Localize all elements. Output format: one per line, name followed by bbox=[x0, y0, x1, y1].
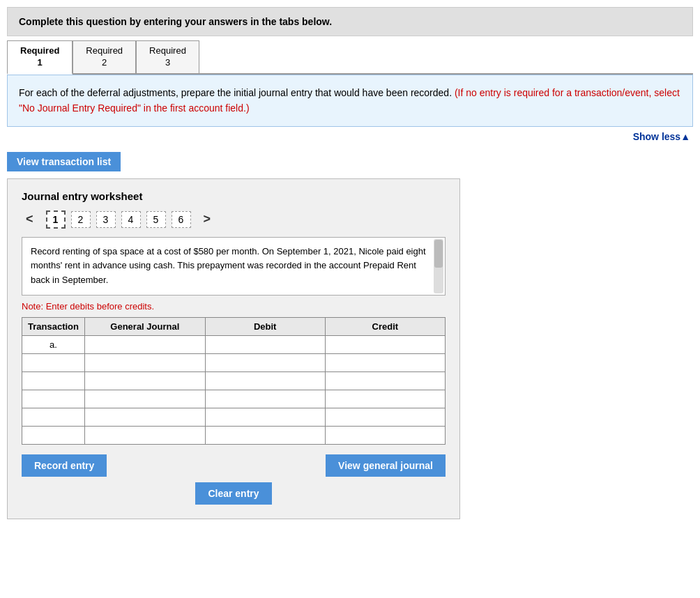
debit-input-1[interactable] bbox=[206, 336, 325, 353]
nav-left-arrow[interactable]: < bbox=[22, 210, 38, 228]
buttons-bottom-row: Clear entry bbox=[22, 482, 446, 505]
page-tab-3[interactable]: 3 bbox=[96, 211, 116, 228]
table-row bbox=[22, 371, 446, 390]
credit-input-cell-2[interactable] bbox=[325, 353, 445, 371]
journal-table: Transaction General Journal Debit Credit… bbox=[22, 317, 446, 445]
debit-input-3[interactable] bbox=[206, 372, 325, 390]
clear-entry-button[interactable]: Clear entry bbox=[195, 482, 271, 505]
journal-input-cell-1[interactable] bbox=[84, 335, 205, 353]
journal-input-cell-6[interactable] bbox=[84, 426, 205, 444]
credit-input-4[interactable] bbox=[326, 390, 445, 408]
credit-input-2[interactable] bbox=[326, 354, 445, 371]
nav-row: < 1 2 3 4 5 6 > bbox=[22, 210, 446, 229]
credit-input-cell-3[interactable] bbox=[325, 371, 445, 390]
transaction-cell-3 bbox=[22, 371, 85, 390]
transaction-cell-2 bbox=[22, 353, 85, 371]
tab-required-1[interactable]: Required1 bbox=[7, 40, 73, 75]
debit-input-2[interactable] bbox=[206, 354, 325, 371]
journal-input-cell-2[interactable] bbox=[84, 353, 205, 371]
page-tab-1[interactable]: 1 bbox=[46, 210, 66, 229]
journal-input-5[interactable] bbox=[85, 408, 205, 426]
credit-input-6[interactable] bbox=[326, 427, 445, 444]
credit-input-cell-1[interactable] bbox=[325, 335, 445, 353]
worksheet-container: Journal entry worksheet < 1 2 3 4 5 6 > … bbox=[7, 178, 460, 519]
credit-input-3[interactable] bbox=[326, 372, 445, 390]
page-tab-6[interactable]: 6 bbox=[172, 211, 191, 228]
worksheet-title: Journal entry worksheet bbox=[22, 190, 446, 202]
scrollbar-track[interactable] bbox=[434, 239, 443, 293]
debit-input-4[interactable] bbox=[206, 390, 325, 408]
col-header-credit: Credit bbox=[325, 317, 445, 335]
journal-input-3[interactable] bbox=[85, 372, 205, 390]
top-instruction: Complete this question by entering your … bbox=[7, 7, 693, 36]
credit-input-1[interactable] bbox=[326, 336, 445, 353]
buttons-top-row: Record entry View general journal bbox=[22, 454, 446, 477]
scrollbar-thumb bbox=[434, 240, 443, 268]
col-header-debit: Debit bbox=[205, 317, 325, 335]
debit-input-6[interactable] bbox=[206, 427, 325, 444]
instruction-box: For each of the deferral adjustments, pr… bbox=[7, 75, 693, 127]
page-tab-5[interactable]: 5 bbox=[146, 211, 166, 228]
debit-input-cell-1[interactable] bbox=[205, 335, 325, 353]
table-row: a. bbox=[22, 335, 446, 353]
table-row bbox=[22, 408, 446, 426]
transaction-cell-5 bbox=[22, 408, 85, 426]
transaction-cell-4 bbox=[22, 390, 85, 408]
tab-required-2[interactable]: Required2 bbox=[73, 40, 136, 73]
journal-input-cell-3[interactable] bbox=[84, 371, 205, 390]
journal-input-4[interactable] bbox=[85, 390, 205, 408]
col-header-transaction: Transaction bbox=[22, 317, 85, 335]
credit-input-cell-5[interactable] bbox=[325, 408, 445, 426]
record-entry-button[interactable]: Record entry bbox=[22, 454, 107, 477]
journal-input-cell-5[interactable] bbox=[84, 408, 205, 426]
journal-input-6[interactable] bbox=[85, 427, 205, 444]
table-row bbox=[22, 390, 446, 408]
show-less-link[interactable]: Show less▲ bbox=[7, 127, 693, 146]
page-tabs: 1 2 3 4 5 6 bbox=[46, 210, 191, 229]
description-text: Record renting of spa space at a cost of… bbox=[31, 246, 426, 286]
table-row bbox=[22, 426, 446, 444]
tab-required-3[interactable]: Required3 bbox=[136, 40, 199, 73]
journal-input-1[interactable] bbox=[85, 336, 205, 353]
view-general-journal-button[interactable]: View general journal bbox=[326, 454, 446, 477]
credit-input-cell-4[interactable] bbox=[325, 390, 445, 408]
instruction-normal-text: For each of the deferral adjustments, pr… bbox=[19, 87, 455, 98]
transaction-cell-6 bbox=[22, 426, 85, 444]
col-header-general-journal: General Journal bbox=[84, 317, 205, 335]
debit-input-cell-6[interactable] bbox=[205, 426, 325, 444]
transaction-cell-1: a. bbox=[22, 335, 85, 353]
journal-input-2[interactable] bbox=[85, 354, 205, 371]
note-text: Note: Enter debits before credits. bbox=[22, 301, 446, 312]
page-tab-2[interactable]: 2 bbox=[71, 211, 91, 228]
debit-input-cell-2[interactable] bbox=[205, 353, 325, 371]
debit-input-5[interactable] bbox=[206, 408, 325, 426]
journal-input-cell-4[interactable] bbox=[84, 390, 205, 408]
page-tab-4[interactable]: 4 bbox=[121, 211, 141, 228]
description-box: Record renting of spa space at a cost of… bbox=[22, 237, 446, 296]
nav-right-arrow[interactable]: > bbox=[199, 210, 215, 228]
table-row bbox=[22, 353, 446, 371]
debit-input-cell-4[interactable] bbox=[205, 390, 325, 408]
debit-input-cell-5[interactable] bbox=[205, 408, 325, 426]
tabs-row: Required1 Required2 Required3 bbox=[7, 40, 693, 75]
credit-input-cell-6[interactable] bbox=[325, 426, 445, 444]
view-transaction-button[interactable]: View transaction list bbox=[7, 152, 121, 171]
debit-input-cell-3[interactable] bbox=[205, 371, 325, 390]
credit-input-5[interactable] bbox=[326, 408, 445, 426]
